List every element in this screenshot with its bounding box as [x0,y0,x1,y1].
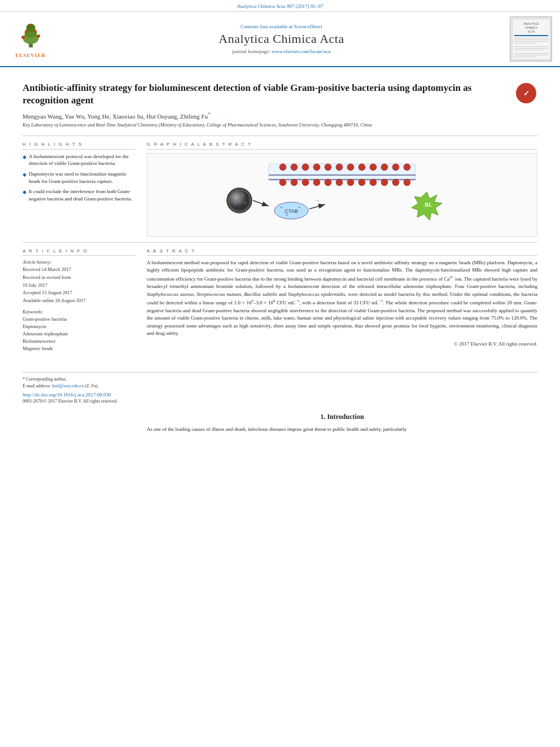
graphical-abstract-diagram: + + + + + CTAB + [147,153,537,237]
svg-point-53 [404,179,410,186]
sciencedirect-text: ScienceDirect [294,24,322,29]
intro-right-content: 1. Introduction As one of the leading ca… [147,413,537,434]
svg-rect-21 [514,50,542,50]
authors-names: Mengyao Wang, Yue Wu, Yong He, Xiaoxiao … [23,113,208,120]
article-info-label: A R T I C L E I N F O [23,248,135,256]
membrane-diagram: + + + + + CTAB + [227,164,442,220]
graphical-abstract-svg: + + + + + CTAB + [152,158,532,231]
svg-point-46 [325,179,331,186]
svg-text:+: + [234,200,237,206]
svg-point-36 [370,164,377,171]
svg-point-44 [302,179,309,186]
abstract-label: A B S T R A C T [147,248,537,256]
sciencedirect-link: Contents lists available at ScienceDirec… [59,24,504,29]
svg-point-43 [291,179,298,186]
svg-point-29 [291,164,298,171]
keyword-3: Adenosine triphosphate [23,331,135,338]
svg-point-30 [302,164,309,171]
keyword-5: Magnetic beads [23,346,135,352]
journal-thumbnail: ANALYTICA CHIMICA ACTA [510,16,552,62]
journal-cover-image: ANALYTICA CHIMICA ACTA [511,18,551,60]
svg-point-33 [336,164,343,171]
svg-text:ACTA: ACTA [527,30,535,33]
highlights-label: H I G H L I G H T S [23,142,135,150]
elsevier-logo: ELSEVIER [8,20,53,58]
svg-rect-14 [514,35,548,36]
keyword-4: Bioluminescence [23,338,135,345]
graphical-abstract-label: G R A P H I C A L A B S T R A C T [147,142,537,150]
keywords-section: Keywords: Gram-positive bacteria Daptomy… [23,309,135,352]
intro-heading: 1. Introduction [147,413,537,421]
abstract-text: A bioluminescent method was proposed for… [147,259,537,338]
svg-point-7 [33,29,36,32]
introduction-section: 1. Introduction As one of the leading ca… [0,413,560,434]
svg-rect-19 [514,46,548,47]
svg-point-34 [347,164,354,171]
email-link[interactable]: fuzf@swu.edu.cn [52,383,84,388]
svg-rect-22 [514,53,548,54]
bullet-1: ◆ [23,154,27,167]
email-suffix: (Z. Fu). [85,383,99,388]
highlight-text-3: It could exclude the interference from b… [29,188,135,202]
main-content: Antibiotic-affinity strategy for biolumi… [0,67,560,366]
svg-point-8 [29,24,32,26]
svg-point-28 [279,164,286,171]
journal-header: ELSEVIER Contents lists available at Sci… [0,12,560,67]
email-label: E-mail address: [23,383,51,388]
affiliation: Key Laboratory of Luminescence and Real-… [23,122,537,129]
corresponding-label: * Corresponding author. [23,377,67,382]
highlights-col: H I G H L I G H T S ◆ A bioluminescent p… [23,142,135,237]
highlight-item-3: ◆ It could exclude the interference from… [23,188,135,202]
svg-point-32 [325,164,331,171]
svg-rect-20 [514,48,548,49]
svg-point-39 [404,164,410,171]
svg-rect-17 [514,41,548,42]
svg-text:BL: BL [425,202,432,208]
elsevier-tree-icon [15,20,46,51]
footer-bar: * Corresponding author. E-mail address: … [23,372,537,404]
keyword-2: Daptomycin [23,324,135,330]
journal-center: Contents lists available at ScienceDirec… [59,24,504,54]
homepage-url[interactable]: www.elsevier.com/locate/aca [272,49,331,54]
svg-rect-23 [514,55,548,55]
info-abstract-row: A R T I C L E I N F O Article history: R… [23,242,537,353]
homepage-prefix: journal homepage: [232,49,271,54]
svg-text:✓: ✓ [523,89,530,98]
svg-rect-18 [514,43,537,43]
bullet-3: ◆ [23,189,27,202]
svg-text:+: + [232,193,235,199]
svg-point-5 [37,34,40,38]
issn-line: 0003-2670/© 2017 Elsevier B.V. All right… [23,399,537,404]
history-online: Available online 26 August 2017 [23,298,135,304]
abstract-col: A B S T R A C T A bioluminescent method … [147,248,537,353]
svg-text:+: + [280,205,283,210]
authors-line: Mengyao Wang, Yue Wu, Yong He, Xiaoxiao … [23,111,537,120]
history-revised-date: 19 July 2017 [23,282,135,289]
article-title-section: Antibiotic-affinity strategy for biolumi… [23,82,537,107]
highlight-text-1: A bioluminescent protocol was developed … [29,153,135,167]
svg-point-4 [21,36,25,39]
article-title: Antibiotic-affinity strategy for biolumi… [23,82,509,107]
svg-point-42 [279,179,286,186]
highlights-graphical-row: H I G H L I G H T S ◆ A bioluminescent p… [23,136,537,237]
article-info-col: A R T I C L E I N F O Article history: R… [23,248,135,353]
svg-point-51 [381,179,388,186]
doi-link[interactable]: http://dx.doi.org/10.1016/j.aca.2017.08.… [23,392,537,397]
footnote-text: * Corresponding author. E-mail address: … [23,376,537,390]
svg-rect-15 [514,38,548,38]
history-revised-label: Received in revised form [23,274,135,281]
svg-point-52 [392,179,399,186]
keywords-label: Keywords: [23,309,135,314]
keyword-1: Gram-positive bacteria [23,316,135,323]
history-accepted: Accepted 15 August 2017 [23,290,135,296]
highlight-item-2: ◆ Daptomycin was used to functionalize m… [23,171,135,185]
svg-point-47 [336,179,343,186]
copyright-line: © 2017 Elsevier B.V. All rights reserved… [147,341,537,347]
svg-text:+: + [298,205,301,210]
corresponding-sup: * [208,111,211,117]
svg-text:+: + [286,212,288,217]
highlight-text-2: Daptomycin was used to functionalize mag… [29,171,135,185]
top-citation-bar: Analytica Chimica Acta 987 (2017) 91–97 [0,0,560,12]
crossmark-svg: ✓ [518,85,534,101]
svg-rect-16 [514,40,548,40]
